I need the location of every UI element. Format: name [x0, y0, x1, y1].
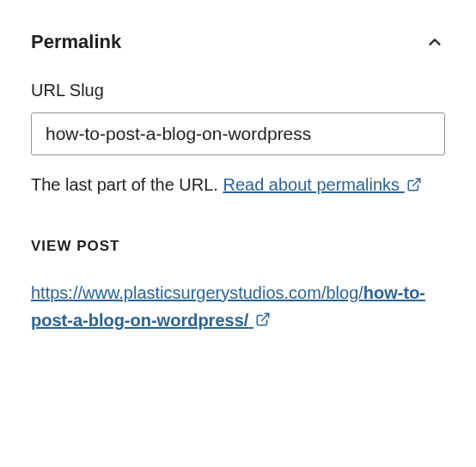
- permalink-base: https://www.plasticsurgerystudios.com/bl…: [31, 283, 363, 302]
- permalink-panel-header[interactable]: Permalink: [31, 31, 445, 53]
- url-slug-field: URL Slug The last part of the URL. Read …: [31, 81, 445, 200]
- url-slug-label: URL Slug: [31, 81, 445, 100]
- panel-title: Permalink: [31, 31, 121, 53]
- external-link-icon: [406, 173, 422, 200]
- url-slug-input[interactable]: [31, 112, 445, 155]
- read-about-permalinks-link[interactable]: Read about permalinks: [223, 175, 421, 194]
- external-link-icon: [255, 307, 271, 335]
- view-post-link[interactable]: https://www.plasticsurgerystudios.com/bl…: [31, 283, 425, 330]
- slug-help-text: The last part of the URL. Read about per…: [31, 171, 445, 200]
- svg-line-1: [261, 314, 268, 321]
- svg-line-0: [412, 179, 419, 185]
- chevron-up-icon[interactable]: [424, 32, 445, 52]
- slug-help-prefix: The last part of the URL.: [31, 175, 223, 194]
- view-post-heading: VIEW POST: [31, 238, 445, 255]
